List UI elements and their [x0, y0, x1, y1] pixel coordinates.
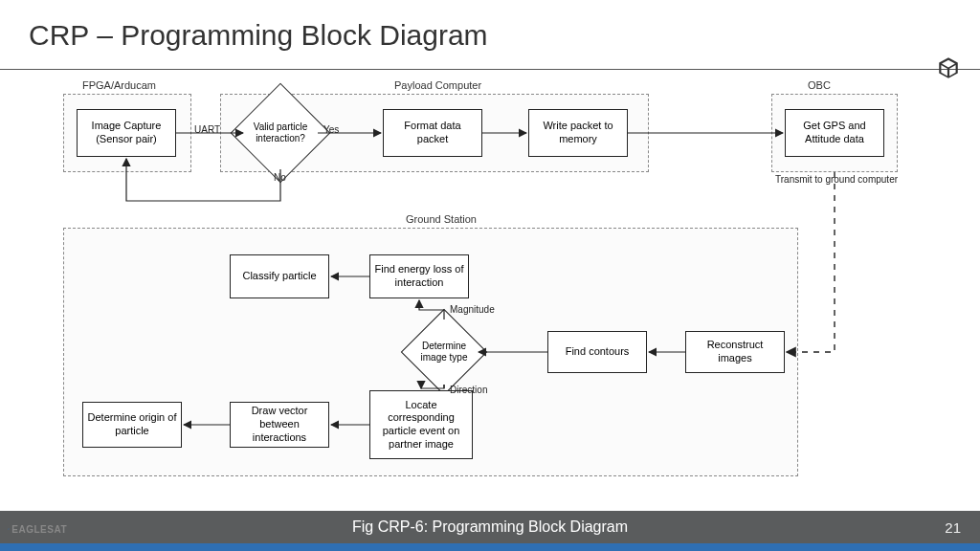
- logo-text-1: EAGLE: [11, 524, 47, 535]
- connectors: [0, 77, 980, 497]
- slide-title: CRP – Programming Block Diagram: [29, 19, 488, 52]
- footer-stripe: [0, 543, 980, 551]
- eaglesat-logo: EAGLESAT: [8, 517, 67, 541]
- figure-caption: Fig CRP-6: Programming Block Diagram: [352, 518, 628, 536]
- page-number: 21: [945, 519, 961, 536]
- footer-bar: Fig CRP-6: Programming Block Diagram: [0, 511, 980, 543]
- logo-text-2: SAT: [47, 524, 67, 535]
- block-diagram: FPGA/Arducam Payload Computer OBC Ground…: [0, 77, 980, 497]
- title-divider: [0, 69, 980, 70]
